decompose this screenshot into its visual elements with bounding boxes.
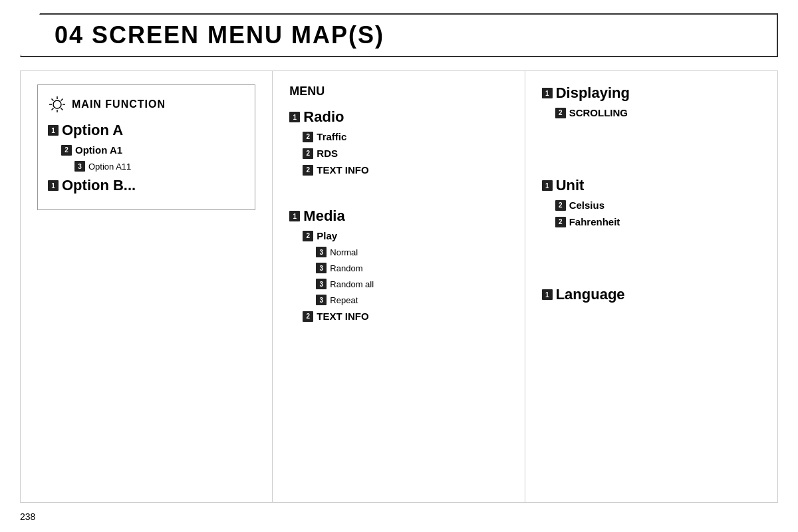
badge-radio-1: 1 (289, 112, 300, 122)
option-a1-label: Option A1 (75, 144, 122, 156)
unit-label: Unit (556, 177, 585, 194)
badge-repeat-3: 3 (316, 295, 327, 305)
svg-line-6 (61, 108, 63, 110)
radio-label: Radio (303, 108, 344, 126)
badge-1b: 1 (48, 180, 59, 191)
page-title: 04 SCREEN MENU MAP(S) (55, 21, 757, 49)
list-item: 1 Option B... (48, 177, 245, 194)
list-item: 1 Radio (289, 108, 507, 126)
badge-media-1: 1 (289, 211, 300, 221)
media-label: Media (303, 207, 344, 225)
list-item: 2 Fahrenheit (555, 216, 761, 227)
list-item: 1 Language (542, 286, 761, 303)
badge-2: 2 (61, 145, 72, 156)
list-item: 3 Option A11 (74, 161, 245, 172)
list-item: 2 RDS (303, 148, 507, 159)
text-info-radio-label: TEXT INFO (317, 164, 368, 176)
badge-1: 1 (48, 125, 59, 136)
scrolling-label: SCROLLING (569, 107, 628, 118)
badge-celsius-2: 2 (555, 200, 566, 211)
rds-label: RDS (317, 148, 338, 159)
list-item: 1 Option A (48, 122, 245, 139)
svg-line-5 (52, 99, 54, 101)
repeat-label: Repeat (330, 295, 358, 305)
list-item: 2 TEXT INFO (303, 164, 507, 176)
random-label: Random (330, 263, 362, 273)
list-item: 2 Play (303, 230, 507, 241)
badge-random-3: 3 (316, 263, 327, 273)
badge-randomall-3: 3 (316, 279, 327, 289)
page-number: 238 (20, 511, 35, 522)
normal-label: Normal (330, 247, 358, 257)
option-b-label: Option B... (62, 177, 136, 194)
text-info-media-label: TEXT INFO (317, 311, 368, 322)
list-item: 2 SCROLLING (555, 107, 761, 118)
badge-rds-2: 2 (303, 148, 313, 159)
svg-point-0 (53, 100, 61, 108)
column-right: 1 Displaying 2 SCROLLING 1 Unit 2 Celsiu… (525, 71, 777, 502)
list-item: 3 Random all (316, 279, 507, 289)
badge-play-2: 2 (303, 231, 313, 241)
svg-line-7 (61, 99, 63, 101)
list-item: 3 Normal (316, 247, 507, 257)
badge-traffic-2: 2 (303, 132, 313, 142)
badge-fahrenheit-2: 2 (555, 217, 566, 227)
badge-unit-1: 1 (542, 180, 553, 191)
column-menu: MENU 1 Radio 2 Traffic 2 RDS 2 TEXT INFO (273, 71, 525, 502)
list-item: 2 TEXT INFO (303, 311, 507, 322)
svg-line-8 (52, 108, 54, 110)
list-item: 2 Traffic (303, 131, 507, 142)
badge-language-1: 1 (542, 289, 553, 300)
page-container: 04 SCREEN MENU MAP(S) (0, 0, 798, 516)
celsius-label: Celsius (569, 200, 604, 211)
list-item: 2 Option A1 (61, 144, 245, 156)
page-title-bar: 04 SCREEN MENU MAP(S) (20, 13, 778, 57)
main-function-title: MAIN FUNCTION (72, 98, 166, 110)
fahrenheit-label: Fahrenheit (569, 216, 620, 227)
main-function-header: MAIN FUNCTION (48, 95, 245, 114)
sun-icon (48, 95, 66, 114)
column-main-function: MAIN FUNCTION 1 Option A 2 Option A1 3 O… (21, 71, 273, 502)
badge-normal-3: 3 (316, 247, 327, 257)
badge-textinfo-2: 2 (303, 165, 313, 176)
list-item: 3 Random (316, 263, 507, 273)
language-label: Language (556, 286, 625, 303)
random-all-label: Random all (330, 279, 374, 289)
badge-scrolling-2: 2 (555, 108, 566, 118)
content-grid: MAIN FUNCTION 1 Option A 2 Option A1 3 O… (20, 70, 778, 503)
badge-displaying-1: 1 (542, 88, 553, 98)
play-label: Play (317, 230, 337, 241)
displaying-label: Displaying (556, 84, 630, 102)
list-item: 1 Media (289, 207, 507, 225)
list-item: 1 Displaying (542, 84, 761, 102)
badge-3: 3 (74, 161, 85, 172)
traffic-label: Traffic (317, 131, 346, 142)
list-item: 1 Unit (542, 177, 761, 194)
main-function-box: MAIN FUNCTION 1 Option A 2 Option A1 3 O… (37, 84, 255, 210)
badge-textinfo2-2: 2 (303, 311, 313, 322)
option-a-label: Option A (62, 122, 123, 139)
option-a11-label: Option A11 (88, 162, 131, 172)
list-item: 2 Celsius (555, 200, 761, 211)
menu-header: MENU (289, 84, 507, 98)
list-item: 3 Repeat (316, 295, 507, 305)
